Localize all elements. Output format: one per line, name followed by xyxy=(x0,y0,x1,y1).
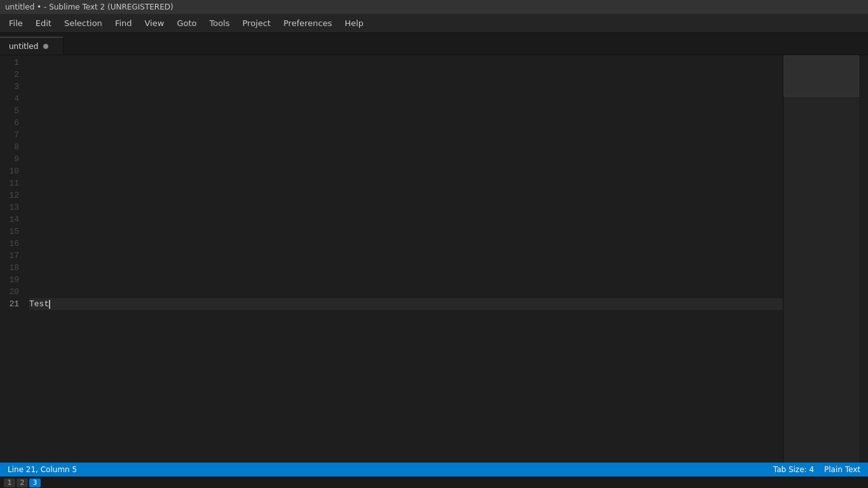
code-line xyxy=(29,201,783,214)
line-number: 12 xyxy=(5,189,19,201)
menu-bar: FileEditSelectionFindViewGotoToolsProjec… xyxy=(0,14,868,33)
panel-button-2[interactable]: 2 xyxy=(17,478,28,487)
code-line xyxy=(29,93,783,105)
code-line xyxy=(29,57,783,69)
line-number: 5 xyxy=(5,105,19,117)
code-line xyxy=(29,69,783,81)
code-area[interactable]: Test xyxy=(27,55,783,463)
line-number: 21 xyxy=(5,298,19,310)
tab-bar: untitled xyxy=(0,33,868,55)
line-number: 20 xyxy=(5,286,19,298)
line-number: 13 xyxy=(5,201,19,214)
vertical-scrollbar[interactable] xyxy=(859,55,868,463)
menu-item-selection[interactable]: Selection xyxy=(58,16,109,30)
menu-item-file[interactable]: File xyxy=(3,16,29,30)
code-line xyxy=(29,165,783,177)
language-mode: Plain Text xyxy=(824,465,860,474)
menu-item-view[interactable]: View xyxy=(139,16,171,30)
status-right: Tab Size: 4 Plain Text xyxy=(773,465,860,474)
line-number: 10 xyxy=(5,165,19,177)
code-line xyxy=(29,105,783,117)
line-number: 14 xyxy=(5,214,19,226)
line-number: 8 xyxy=(5,141,19,153)
active-tab[interactable]: untitled xyxy=(0,37,64,55)
cursor-position: Line 21, Column 5 xyxy=(8,465,77,474)
minimap-viewport xyxy=(783,55,859,97)
tab-size: Tab Size: 4 xyxy=(773,465,814,474)
line-number: 7 xyxy=(5,129,19,141)
line-number: 19 xyxy=(5,274,19,286)
menu-item-preferences[interactable]: Preferences xyxy=(277,16,338,30)
code-line xyxy=(29,286,783,298)
line-number: 3 xyxy=(5,81,19,93)
code-line xyxy=(29,141,783,153)
line-number: 17 xyxy=(5,250,19,262)
minimap xyxy=(783,55,859,463)
line-number: 16 xyxy=(5,238,19,250)
panel-button-3[interactable]: 3 xyxy=(29,478,41,487)
menu-item-find[interactable]: Find xyxy=(109,16,139,30)
line-number: 9 xyxy=(5,153,19,165)
text-cursor xyxy=(49,300,50,309)
menu-item-edit[interactable]: Edit xyxy=(29,16,58,30)
bottom-panel: 123 xyxy=(0,477,868,488)
code-line xyxy=(29,189,783,201)
panel-button-1[interactable]: 1 xyxy=(4,478,15,487)
title-bar: untitled • - Sublime Text 2 (UNREGISTERE… xyxy=(0,0,868,14)
line-number: 1 xyxy=(5,57,19,69)
status-left: Line 21, Column 5 xyxy=(8,465,77,474)
code-line xyxy=(29,262,783,274)
status-bar: Line 21, Column 5 Tab Size: 4 Plain Text xyxy=(0,463,868,477)
line-number: 11 xyxy=(5,177,19,189)
code-line xyxy=(29,153,783,165)
window-title: untitled • - Sublime Text 2 (UNREGISTERE… xyxy=(5,3,173,11)
code-line xyxy=(29,177,783,189)
tab-label: untitled xyxy=(9,42,38,51)
code-line xyxy=(29,129,783,141)
line-number: 4 xyxy=(5,93,19,105)
code-line xyxy=(29,214,783,226)
code-line xyxy=(29,81,783,93)
menu-item-project[interactable]: Project xyxy=(236,16,276,30)
code-line: Test xyxy=(29,298,783,310)
menu-item-goto[interactable]: Goto xyxy=(170,16,203,30)
code-line xyxy=(29,226,783,238)
tab-modified-indicator xyxy=(43,44,48,49)
line-number: 2 xyxy=(5,69,19,81)
editor-container: 123456789101112131415161718192021 Test xyxy=(0,55,868,463)
line-number: 6 xyxy=(5,117,19,129)
line-number: 15 xyxy=(5,226,19,238)
line-numbers: 123456789101112131415161718192021 xyxy=(0,55,27,463)
code-line xyxy=(29,238,783,250)
code-line xyxy=(29,117,783,129)
code-line xyxy=(29,250,783,262)
line-number: 18 xyxy=(5,262,19,274)
menu-item-tools[interactable]: Tools xyxy=(203,16,236,30)
menu-item-help[interactable]: Help xyxy=(338,16,370,30)
code-line xyxy=(29,274,783,286)
